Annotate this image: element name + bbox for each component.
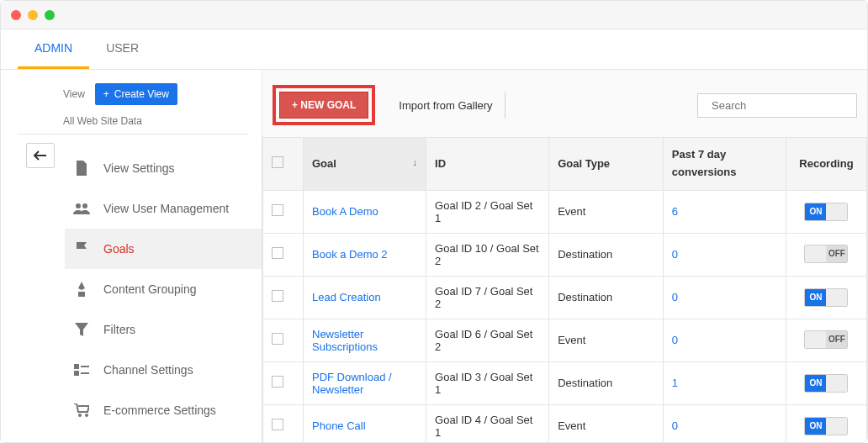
channel-icon [73,361,90,378]
recording-toggle[interactable]: ON [804,203,848,221]
funnel-icon [73,321,90,338]
sidebar-item-label: Filters [103,323,135,336]
goal-type-cell: Destination [549,361,664,404]
header-recording[interactable]: Recording [786,138,866,191]
header-checkbox-cell [263,138,304,191]
sidebar-item-label: View Settings [103,161,175,175]
row-checkbox[interactable] [272,376,283,388]
document-icon [73,160,90,177]
table-header-row: Goal↓ ID Goal Type Past 7 dayconversions… [263,138,867,191]
top-tabs: ADMIN USER [1,29,867,70]
goals-table: Goal↓ ID Goal Type Past 7 dayconversions… [262,137,867,442]
header-id[interactable]: ID [426,138,549,191]
svg-rect-2 [74,364,79,369]
sidebar-nav: View Settings View User Management Goals… [18,148,262,442]
conversions-link[interactable]: 0 [672,291,678,303]
goal-id-cell: Goal ID 7 / Goal Set 2 [426,276,549,319]
goal-name-link[interactable]: Book A Demo [312,205,378,218]
header-goal[interactable]: Goal↓ [304,138,426,191]
goal-name-link[interactable]: Phone Call [312,419,366,432]
row-checkbox[interactable] [272,290,283,302]
sidebar-item-label: Content Grouping [103,282,197,296]
table-row: Newsletter SubscriptionsGoal ID 6 / Goal… [263,319,867,361]
grouping-icon [73,281,90,298]
search-input[interactable] [712,99,853,112]
tab-admin[interactable]: ADMIN [18,29,89,69]
conversions-link[interactable]: 0 [672,334,678,346]
svg-rect-3 [74,371,79,376]
sidebar-item-label: Channel Settings [103,363,193,377]
goal-id-cell: Goal ID 3 / Goal Set 1 [426,361,549,404]
window-close-dot[interactable] [11,10,21,20]
create-view-button[interactable]: + Create View [95,83,177,105]
conversions-link[interactable]: 0 [672,419,678,432]
recording-toggle[interactable]: OFF [804,330,848,349]
row-checkbox[interactable] [272,204,283,216]
plus-icon: + [103,88,109,100]
view-subtitle: All Web Site Data [18,112,248,134]
recording-toggle[interactable]: OFF [804,245,848,263]
sort-descending-icon: ↓ [413,157,418,167]
goal-type-cell: Destination [549,233,664,276]
goal-type-cell: Event [549,190,664,233]
table-row: PDF Download / NewsletterGoal ID 3 / Goa… [263,361,867,404]
tab-user[interactable]: USER [89,29,156,69]
goal-type-cell: Destination [549,276,664,319]
window-minimize-dot[interactable] [28,10,38,20]
svg-point-5 [85,414,88,417]
goal-type-cell: Event [549,319,664,361]
table-row: Lead CreationGoal ID 7 / Goal Set 2Desti… [263,276,867,319]
header-conversions[interactable]: Past 7 dayconversions [663,138,786,191]
row-checkbox[interactable] [272,247,283,259]
goal-id-cell: Goal ID 4 / Goal Set 1 [426,404,549,442]
sidebar-item-content-grouping[interactable]: Content Grouping [65,269,262,309]
sidebar-item-label: E-commerce Settings [103,403,216,417]
sidebar-item-ecommerce-settings[interactable]: E-commerce Settings [65,390,262,430]
create-view-label: Create View [114,88,169,100]
svg-point-0 [76,203,81,208]
goal-type-cell: Event [549,404,664,442]
table-row: Book A DemoGoal ID 2 / Goal Set 1Event6O… [263,190,867,233]
conversions-link[interactable]: 6 [672,205,678,218]
new-goal-highlight: + NEW GOAL [273,85,375,125]
table-row: Phone CallGoal ID 4 / Goal Set 1Event0ON [263,404,867,442]
sidebar-item-label: View User Management [103,202,229,215]
select-all-checkbox[interactable] [272,156,283,168]
new-goal-button[interactable]: + NEW GOAL [279,92,368,119]
sidebar-item-view-settings[interactable]: View Settings [65,148,262,188]
sidebar-item-calculated-metrics[interactable]: Dd Calculated metrics BETA [65,430,262,442]
row-checkbox[interactable] [272,419,283,430]
conversions-link[interactable]: 0 [672,248,678,261]
sidebar-item-goals[interactable]: Goals [65,229,262,269]
goal-name-link[interactable]: PDF Download / Newsletter [312,371,392,396]
search-box[interactable] [697,93,857,118]
table-row: Book a Demo 2Goal ID 10 / Goal Set 2Dest… [263,233,867,276]
sidebar: View + Create View All Web Site Data Vie… [1,70,262,442]
row-checkbox[interactable] [272,333,283,345]
svg-point-1 [82,203,87,208]
goal-id-cell: Goal ID 2 / Goal Set 1 [426,190,549,233]
window-maximize-dot[interactable] [45,10,55,20]
sidebar-item-channel-settings[interactable]: Channel Settings [65,350,262,390]
goal-name-link[interactable]: Newsletter Subscriptions [312,328,378,353]
main-panel: + NEW GOAL Import from Gallery Goal↓ ID [262,70,867,442]
goal-id-cell: Goal ID 6 / Goal Set 2 [426,319,549,361]
recording-toggle[interactable]: ON [804,288,848,307]
flag-icon [73,240,90,257]
view-label: View [63,88,85,100]
users-icon [73,200,90,217]
sidebar-item-label: Goals [103,242,135,256]
sidebar-item-filters[interactable]: Filters [65,309,262,350]
goal-name-link[interactable]: Book a Demo 2 [312,248,388,261]
recording-toggle[interactable]: ON [804,374,848,393]
goal-name-link[interactable]: Lead Creation [312,291,381,303]
conversions-link[interactable]: 1 [672,377,678,389]
header-goal-type[interactable]: Goal Type [549,138,664,191]
cart-icon [73,402,90,419]
import-from-gallery-link[interactable]: Import from Gallery [387,92,505,119]
recording-toggle[interactable]: ON [804,417,848,435]
window-titlebar [1,1,867,29]
goal-id-cell: Goal ID 10 / Goal Set 2 [426,233,549,276]
svg-point-4 [78,414,82,417]
sidebar-item-user-management[interactable]: View User Management [65,188,262,229]
